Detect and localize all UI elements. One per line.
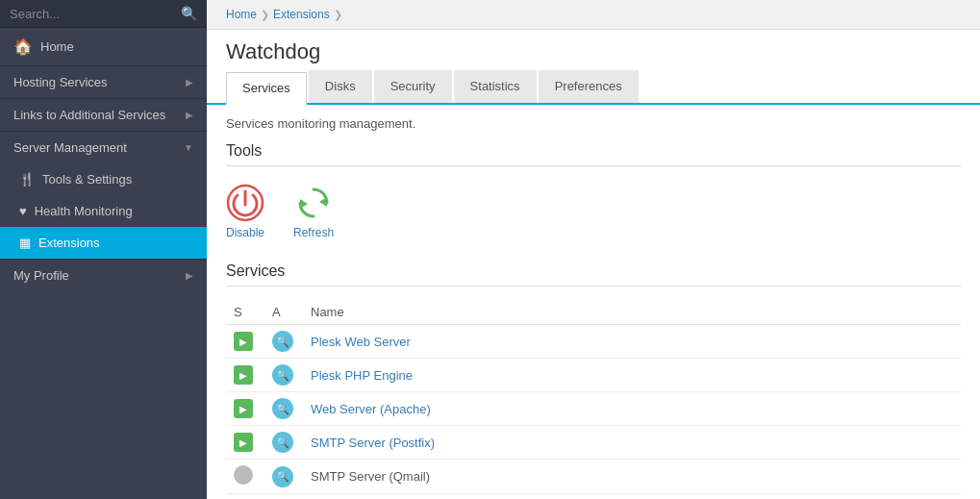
service-name-cell: Plesk Web Server — [303, 325, 961, 359]
breadcrumb-sep-1: ❯ — [261, 9, 269, 21]
sidebar-group-hosting[interactable]: Hosting Services ▶ — [0, 65, 207, 98]
search-icon: 🔍 — [181, 6, 197, 21]
play-icon[interactable]: ▶ — [234, 433, 253, 452]
svg-marker-3 — [300, 199, 308, 209]
col-s: S — [226, 300, 264, 325]
sidebar-item-extensions-label: Extensions — [38, 236, 100, 250]
status-cell: ▶ — [226, 359, 264, 392]
action-cell: 🔍 — [264, 325, 303, 359]
main-content: Home ❯ Extensions ❯ Watchdog Services Di… — [207, 0, 980, 499]
breadcrumb-extensions[interactable]: Extensions — [273, 8, 330, 21]
sidebar-group-my-profile[interactable]: My Profile ▶ — [0, 259, 207, 291]
table-row: ▶🔍Web Server (Apache) — [226, 392, 961, 426]
chevron-down-icon: ▼ — [184, 142, 193, 153]
table-row: 🔍SMTP Server (Qmail) — [226, 460, 961, 494]
disable-label: Disable — [226, 226, 264, 239]
tab-content: Services monitoring management. Tools Di… — [207, 105, 980, 499]
service-name-cell: Courier POP3 Server — [303, 494, 961, 500]
tab-disks[interactable]: Disks — [309, 70, 372, 103]
refresh-label: Refresh — [293, 226, 334, 239]
home-icon: 🏠 — [13, 37, 33, 56]
status-cell: ▶ — [226, 426, 264, 460]
action-cell: 🔍 — [264, 359, 303, 392]
breadcrumb: Home ❯ Extensions ❯ — [207, 0, 980, 30]
page-title: Watchdog — [207, 30, 980, 70]
search-action-icon[interactable]: 🔍 — [272, 466, 293, 487]
sidebar-group-server-label: Server Management — [13, 140, 127, 155]
disable-tool[interactable]: Disable — [226, 184, 264, 239]
tab-security[interactable]: Security — [374, 70, 452, 103]
status-cell: ▶ — [226, 325, 264, 359]
page-subtitle: Services monitoring management. — [226, 116, 961, 131]
table-row: ▶🔍SMTP Server (Postfix) — [226, 426, 961, 460]
sidebar-item-extensions[interactable]: ▦ Extensions — [0, 227, 207, 259]
svg-marker-2 — [319, 197, 327, 207]
play-icon[interactable]: ▶ — [234, 399, 253, 418]
tools-divider — [226, 165, 961, 166]
sidebar: 🔍 🏠 Home Hosting Services ▶ Links to Add… — [0, 0, 207, 499]
search-box[interactable]: 🔍 — [0, 0, 207, 28]
table-row: ▶🔍Plesk Web Server — [226, 325, 961, 359]
tools-area: Disable Refresh — [226, 180, 961, 243]
services-section-title: Services — [226, 262, 961, 280]
tab-services[interactable]: Services — [226, 72, 307, 105]
disable-icon — [226, 184, 264, 222]
sidebar-item-tools-label: Tools & Settings — [42, 172, 132, 187]
chevron-right-icon: ▶ — [186, 77, 193, 87]
chevron-right-icon: ▶ — [186, 270, 193, 281]
play-icon[interactable]: ▶ — [234, 365, 253, 385]
table-row: 🔍Courier POP3 Server — [226, 494, 961, 500]
breadcrumb-home[interactable]: Home — [226, 8, 257, 21]
search-input[interactable] — [10, 7, 181, 21]
search-action-icon[interactable]: 🔍 — [272, 398, 293, 419]
refresh-tool[interactable]: Refresh — [293, 184, 334, 239]
play-icon[interactable]: ▶ — [234, 332, 253, 351]
service-link[interactable]: Web Server (Apache) — [311, 402, 431, 416]
service-name-cell: Web Server (Apache) — [303, 392, 961, 426]
search-action-icon[interactable]: 🔍 — [272, 432, 293, 453]
search-action-icon[interactable]: 🔍 — [272, 331, 293, 352]
sidebar-item-home[interactable]: 🏠 Home — [0, 28, 207, 65]
col-a: A — [264, 300, 303, 325]
my-profile-label: My Profile — [13, 268, 69, 283]
service-link[interactable]: Plesk PHP Engine — [311, 368, 413, 383]
service-name-cell: Plesk PHP Engine — [303, 359, 961, 392]
health-icon: ♥ — [19, 204, 27, 218]
action-cell: 🔍 — [264, 494, 303, 500]
inactive-status-icon — [234, 465, 253, 485]
breadcrumb-sep-2: ❯ — [334, 9, 342, 21]
tools-icon: 🍴 — [19, 172, 35, 187]
sidebar-home-label: Home — [40, 39, 74, 54]
service-name-cell: SMTP Server (Postfix) — [303, 426, 961, 460]
status-cell — [226, 494, 264, 500]
services-divider — [226, 286, 961, 287]
col-name: Name — [303, 300, 961, 325]
tabs-bar: Services Disks Security Statistics Prefe… — [207, 70, 980, 105]
action-cell: 🔍 — [264, 426, 303, 460]
sidebar-item-health-label: Health Monitoring — [35, 204, 133, 218]
status-cell — [226, 460, 264, 494]
tools-section-title: Tools — [226, 142, 961, 160]
sidebar-group-links-label: Links to Additional Services — [13, 108, 165, 122]
status-cell: ▶ — [226, 392, 264, 426]
table-row: ▶🔍Plesk PHP Engine — [226, 359, 961, 392]
sidebar-group-server-mgmt[interactable]: Server Management ▼ — [0, 131, 207, 163]
services-table: S A Name ▶🔍Plesk Web Server▶🔍Plesk PHP E… — [226, 300, 961, 499]
sidebar-group-hosting-label: Hosting Services — [13, 75, 108, 89]
sidebar-group-links[interactable]: Links to Additional Services ▶ — [0, 98, 207, 131]
action-cell: 🔍 — [264, 460, 303, 494]
search-action-icon[interactable]: 🔍 — [272, 364, 293, 386]
service-link[interactable]: Plesk Web Server — [311, 335, 411, 349]
refresh-icon — [294, 184, 333, 222]
sidebar-item-health-monitoring[interactable]: ♥ Health Monitoring — [0, 195, 207, 227]
extensions-icon: ▦ — [19, 236, 31, 250]
tab-preferences[interactable]: Preferences — [539, 70, 639, 103]
tab-statistics[interactable]: Statistics — [454, 70, 537, 103]
sidebar-item-tools-settings[interactable]: 🍴 Tools & Settings — [0, 163, 207, 195]
service-name-cell: SMTP Server (Qmail) — [303, 460, 961, 494]
service-link[interactable]: SMTP Server (Postfix) — [311, 436, 435, 450]
chevron-right-icon: ▶ — [186, 110, 193, 120]
action-cell: 🔍 — [264, 392, 303, 426]
